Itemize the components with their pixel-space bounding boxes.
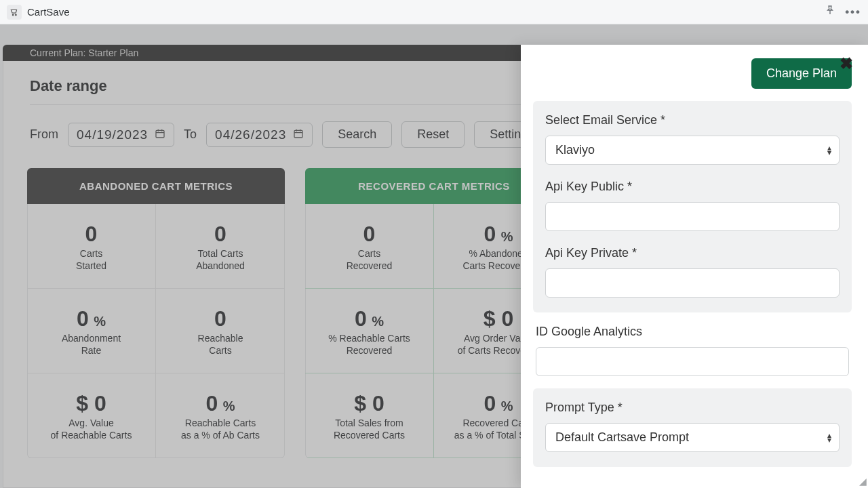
change-plan-row: Change Plan [533,58,852,89]
resize-handle-icon[interactable]: ◢ [859,476,867,487]
api-key-private-label: Api Key Private * [545,246,840,260]
title-bar-right: ••• [825,5,861,19]
prompt-type-select[interactable]: Default Cartsave Prompt ▴▾ [545,423,840,452]
title-bar: CartSave ••• [0,0,868,24]
api-key-private-input[interactable] [545,268,840,298]
google-analytics-label: ID Google Analytics [536,325,849,339]
email-service-value: Klaviyo [545,136,840,165]
svg-point-0 [12,14,14,16]
api-key-public-input[interactable] [545,202,840,231]
settings-panel: ✖ Change Plan Select Email Service * Kla… [521,45,868,488]
email-service-label: Select Email Service * [545,113,840,127]
prompt-type-block: Prompt Type * Default Cartsave Prompt ▴▾ [533,388,852,467]
more-icon[interactable]: ••• [845,5,861,19]
pin-icon[interactable] [825,5,835,19]
workspace: Current Plan: Starter Plan Date range Fr… [0,24,868,488]
title-bar-left: CartSave [7,5,70,20]
api-key-public-label: Api Key Public * [545,180,840,194]
google-analytics-input[interactable] [536,347,849,376]
svg-point-1 [15,14,16,16]
email-service-block: Select Email Service * Klaviyo ▴▾ Api Ke… [533,101,852,312]
email-service-select[interactable]: Klaviyo ▴▾ [545,136,840,165]
close-icon[interactable]: ✖ [840,54,853,73]
settings-panel-body: Change Plan Select Email Service * Klavi… [521,45,868,488]
app-title: CartSave [27,6,70,18]
change-plan-button[interactable]: Change Plan [751,58,852,89]
google-analytics-block: ID Google Analytics [533,325,852,388]
app-icon [7,5,22,20]
prompt-type-label: Prompt Type * [545,401,840,415]
prompt-type-value: Default Cartsave Prompt [545,423,840,452]
